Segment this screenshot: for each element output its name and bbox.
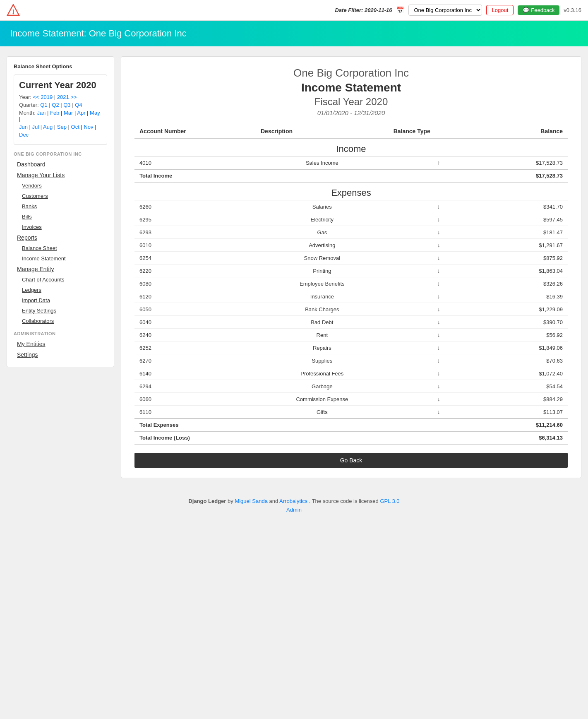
total-income-loss-value: $6,314.13 [489,431,568,444]
year-next-link[interactable]: 2021 >> [57,94,77,100]
expense-description-10: Rent [256,329,389,341]
expense-balance-type-15: ↓ [389,393,489,406]
logout-button[interactable]: Logout [486,5,514,15]
expenses-section-label: Expenses [134,182,568,200]
expense-row: 6060 Commission Expense ↓ $884.29 [134,393,568,406]
sidebar-item-my-entities[interactable]: My Entities [14,339,107,349]
license-link[interactable]: GPL 3.0 [380,498,399,504]
feedback-button[interactable]: 💬 Feedback [518,5,559,15]
go-back-button[interactable]: Go Back [134,453,568,468]
jun-link[interactable]: Jun [19,124,28,130]
report-fiscal-year: Fiscal Year 2020 [134,96,568,108]
version-label: v0.3.16 [564,7,581,13]
report-header: One Big Corporation Inc Income Statement… [134,67,568,116]
expense-row: 6050 Bank Charges ↓ $1,229.09 [134,303,568,316]
admin-link[interactable]: Admin [286,507,302,513]
company-select[interactable]: One Big Corporation Inc [408,5,482,16]
expense-row: 6252 Repairs ↓ $1,849.06 [134,341,568,354]
q3-link[interactable]: Q3 [63,102,70,108]
mar-link[interactable]: Mar [64,110,73,116]
expense-account-2: 6293 [134,226,256,239]
aug-link[interactable]: Aug [43,124,53,130]
author2-link[interactable]: Arrobalytics [279,498,307,504]
q4-link[interactable]: Q4 [75,102,82,108]
date-filter-label: Date Filter: 2020-11-16 [335,7,392,13]
expense-balance-type-12: ↓ [389,354,489,367]
sidebar-item-banks[interactable]: Banks [14,201,107,212]
expense-description-4: Snow Removal [256,252,389,265]
col-account-number: Account Number [134,125,256,138]
sidebar-item-vendors[interactable]: Vendors [14,180,107,191]
expense-balance-type-8: ↓ [389,303,489,316]
total-income-loss-label: Total Income (Loss) [134,431,389,444]
month-row-1: Month: Jan | Feb | Mar | Apr | May | [19,110,102,122]
dec-link[interactable]: Dec [19,132,29,138]
expense-description-14: Garbage [256,380,389,393]
expense-balance-10: $56.92 [489,329,568,341]
expense-row: 6010 Advertising ↓ $1,291.67 [134,239,568,252]
total-expenses-label: Total Expenses [134,418,389,431]
sidebar-item-manage-entity[interactable]: Manage Entity [14,264,107,274]
sidebar-item-bills[interactable]: Bills [14,212,107,222]
year-prev-link[interactable]: << 2019 [33,94,53,100]
expense-description-0: Salaries [256,200,389,213]
sidebar-item-balance-sheet[interactable]: Balance Sheet [14,243,107,253]
expense-balance-11: $1,849.06 [489,341,568,354]
sidebar-item-invoices[interactable]: Invoices [14,222,107,232]
expense-description-12: Supplies [256,354,389,367]
expense-account-16: 6110 [134,406,256,419]
quarter-row: Quarter: Q1 | Q2 | Q3 | Q4 [19,102,102,108]
q2-link[interactable]: Q2 [52,102,59,108]
sidebar-item-reports[interactable]: Reports [14,232,107,243]
sidebar-item-ledgers[interactable]: Ledgers [14,285,107,295]
jan-link[interactable]: Jan [37,110,46,116]
expense-account-8: 6050 [134,303,256,316]
expense-row: 6110 Gifts ↓ $113.07 [134,406,568,419]
sidebar-item-customers[interactable]: Customers [14,191,107,201]
sidebar-item-collaborators[interactable]: Collaborators [14,316,107,326]
page-header-banner: Income Statement: One Big Corporation In… [0,21,588,46]
sidebar-item-dashboard[interactable]: Dashboard [14,159,107,170]
expense-balance-16: $113.07 [489,406,568,419]
sidebar-item-settings[interactable]: Settings [14,349,107,360]
expense-balance-5: $1,863.04 [489,265,568,277]
expense-account-1: 6295 [134,213,256,226]
sidebar-item-entity-settings[interactable]: Entity Settings [14,305,107,316]
sidebar-item-chart-of-accounts[interactable]: Chart of Accounts [14,274,107,285]
expense-account-10: 6240 [134,329,256,341]
sidebar-item-manage-lists[interactable]: Manage Your Lists [14,170,107,180]
sidebar: Balance Sheet Options Current Year 2020 … [7,56,114,478]
expense-description-15: Commission Expense [256,393,389,406]
sidebar-item-import-data[interactable]: Import Data [14,295,107,305]
income-section-row: Income [134,138,568,156]
nov-link[interactable]: Nov [84,124,93,130]
sidebar-item-income-statement[interactable]: Income Statement [14,253,107,264]
expense-balance-8: $1,229.09 [489,303,568,316]
report-card: One Big Corporation Inc Income Statement… [121,56,581,478]
report-company-name: One Big Corporation Inc [134,67,568,79]
expense-balance-type-4: ↓ [389,252,489,265]
income-description-0: Sales Income [256,156,389,170]
q1-link[interactable]: Q1 [40,102,47,108]
expense-balance-type-5: ↓ [389,265,489,277]
main-content: One Big Corporation Inc Income Statement… [121,56,581,478]
expense-description-11: Repairs [256,341,389,354]
main-layout: Balance Sheet Options Current Year 2020 … [0,46,588,488]
feb-link[interactable]: Feb [50,110,59,116]
may-link[interactable]: May [90,110,100,116]
expense-row: 6220 Printing ↓ $1,863.04 [134,265,568,277]
expense-balance-9: $390.70 [489,316,568,329]
jul-link[interactable]: Jul [32,124,39,130]
income-row: 4010 Sales Income ↑ $17,528.73 [134,156,568,170]
expense-description-16: Gifts [256,406,389,419]
expense-account-14: 6294 [134,380,256,393]
expense-row: 6120 Insurance ↓ $16.39 [134,290,568,303]
sep-link[interactable]: Sep [57,124,67,130]
year-row: Year: << 2019 | 2021 >> [19,94,102,100]
oct-link[interactable]: Oct [71,124,79,130]
expense-account-7: 6120 [134,290,256,303]
balance-sheet-options-title: Balance Sheet Options [14,63,107,70]
django-ledger-label: Django Ledger [188,498,226,504]
apr-link[interactable]: Apr [77,110,85,116]
author1-link[interactable]: Miguel Sanda [235,498,268,504]
